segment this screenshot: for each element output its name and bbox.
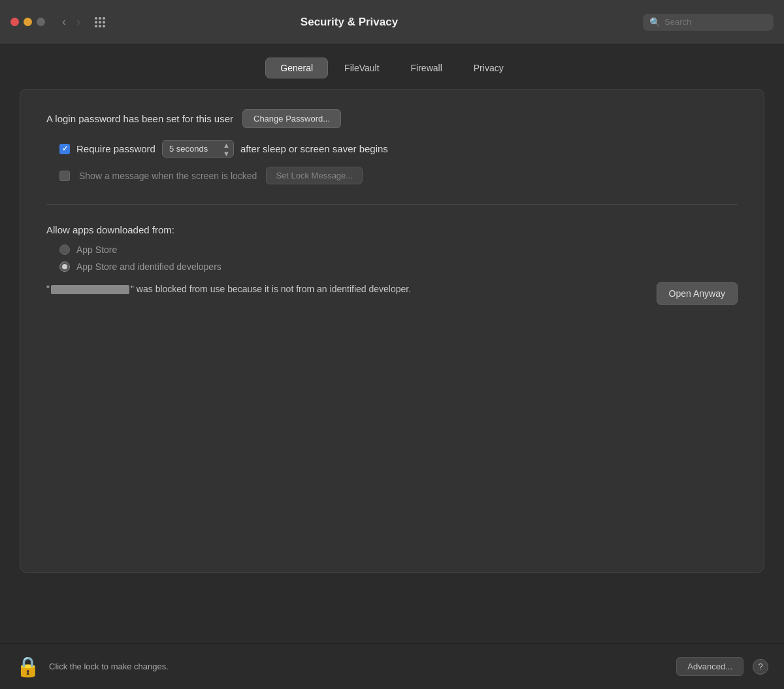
lock-icon[interactable]: 🔒: [16, 655, 40, 678]
traffic-lights: [10, 18, 45, 26]
show-message-checkbox[interactable]: [59, 171, 70, 181]
advanced-button[interactable]: Advanced...: [676, 657, 743, 676]
minimize-button[interactable]: [24, 18, 32, 26]
password-section: A login password has been set for this u…: [46, 109, 738, 184]
section-divider: [46, 204, 738, 205]
tab-firewall[interactable]: Firewall: [396, 58, 457, 78]
blocked-text-body: " was blocked from use because it is not…: [131, 284, 411, 294]
password-info-text: A login password has been set for this u…: [46, 113, 233, 124]
maximize-button[interactable]: [37, 18, 45, 26]
search-input[interactable]: [664, 17, 762, 27]
after-sleep-label: after sleep or screen saver begins: [240, 143, 388, 154]
main-content: General FileVault Firewall Privacy A log…: [0, 44, 784, 643]
app-store-radio-row: App Store: [59, 244, 738, 255]
change-password-button[interactable]: Change Password...: [242, 109, 341, 128]
close-button[interactable]: [10, 18, 19, 26]
blocked-message-row: "" was blocked from use because it is no…: [46, 282, 738, 305]
blocked-text-prefix: ": [46, 284, 50, 294]
require-password-checkbox[interactable]: [59, 144, 70, 154]
app-store-identified-radio[interactable]: [59, 261, 70, 272]
titlebar: ‹ › Security & Privacy 🔍: [0, 0, 784, 44]
open-anyway-button[interactable]: Open Anyway: [657, 282, 738, 305]
bottom-bar: 🔒 Click the lock to make changes. Advanc…: [0, 643, 784, 689]
lock-message-row: Show a message when the screen is locked…: [59, 167, 738, 184]
app-store-identified-label: App Store and identified developers: [76, 261, 221, 272]
app-store-identified-radio-row: App Store and identified developers: [59, 261, 738, 272]
redacted-app-name: [51, 285, 129, 294]
require-password-row: Require password immediately 5 seconds 1…: [59, 140, 738, 158]
app-store-label: App Store: [76, 244, 117, 255]
search-box[interactable]: 🔍: [643, 14, 774, 31]
downloads-label: Allow apps downloaded from:: [46, 224, 738, 235]
search-icon: 🔍: [649, 17, 661, 27]
app-store-radio[interactable]: [59, 244, 70, 255]
blocked-message-text: "" was blocked from use because it is no…: [46, 282, 644, 296]
password-info-row: A login password has been set for this u…: [46, 109, 738, 128]
downloads-section: Allow apps downloaded from: App Store Ap…: [46, 224, 738, 305]
set-lock-message-button[interactable]: Set Lock Message...: [266, 167, 363, 184]
window-title: Security & Privacy: [63, 16, 635, 29]
password-delay-dropdown[interactable]: immediately 5 seconds 1 minute 5 minutes…: [162, 140, 234, 158]
tab-privacy[interactable]: Privacy: [459, 58, 519, 78]
content-panel: A login password has been set for this u…: [20, 89, 764, 573]
tab-bar: General FileVault Firewall Privacy: [20, 58, 764, 78]
help-button[interactable]: ?: [753, 659, 768, 675]
tab-general[interactable]: General: [265, 58, 328, 78]
require-password-label: Require password: [76, 143, 155, 154]
lock-label: Click the lock to make changes.: [49, 662, 667, 671]
password-delay-dropdown-wrapper: immediately 5 seconds 1 minute 5 minutes…: [162, 140, 234, 158]
show-message-label: Show a message when the screen is locked: [79, 171, 257, 181]
tab-filevault[interactable]: FileVault: [329, 58, 394, 78]
